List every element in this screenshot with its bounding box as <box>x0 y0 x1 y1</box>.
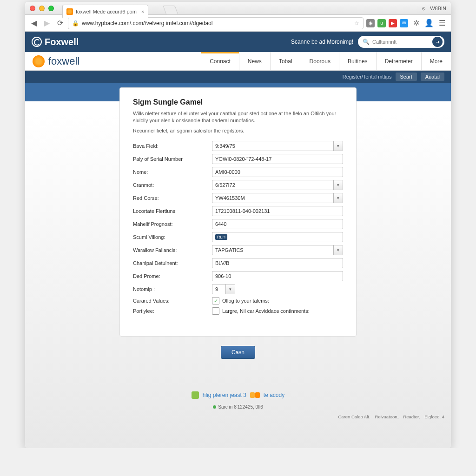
help-link-1[interactable]: hlig pleren jeast 3 <box>203 392 246 398</box>
title-right-text: W8BIN <box>430 6 446 11</box>
checkbox-carared[interactable]: ✓ <box>212 297 219 304</box>
input-nome[interactable] <box>212 167 343 177</box>
reload-button[interactable]: ⟳ <box>55 18 65 28</box>
help-icon-1 <box>192 391 199 399</box>
settings-icon[interactable]: ✲ <box>411 18 421 28</box>
footer-3[interactable]: Readter, <box>403 414 420 419</box>
search-input[interactable] <box>372 39 430 45</box>
nav-tab-more[interactable]: More <box>421 52 451 70</box>
label-scuml: Scuml Villong: <box>133 234 212 240</box>
select-warallow[interactable]: TAPGATICS▾ <box>212 245 343 255</box>
sun-icon <box>33 55 45 67</box>
browser-tab[interactable]: foxwell Mede accurd6 pom × <box>62 5 148 18</box>
header-search[interactable]: 🔍 ➜ <box>358 36 444 48</box>
form-title: Sigm Sungle Gamel <box>133 98 343 106</box>
subnav-button-2[interactable]: Auatal <box>421 73 444 81</box>
search-icon: 🔍 <box>363 39 370 45</box>
search-go-button[interactable]: ➜ <box>432 37 443 47</box>
footer-1[interactable]: Caren Caleo Alt. <box>338 414 370 419</box>
sub-nav: Register/Tental mttips Seart Auatal <box>25 71 451 83</box>
extension-icon-1[interactable]: ◉ <box>366 19 375 27</box>
tab-title: foxwell Mede accurd6 pom <box>76 9 137 14</box>
checkbox-carared-text: Ollog to your talems: <box>222 298 269 304</box>
nav-tab-tobal[interactable]: Tobal <box>270 52 301 70</box>
input-locortate[interactable] <box>212 206 343 216</box>
input-serial[interactable] <box>212 154 343 164</box>
label-locortate: Locortate Flertiuns: <box>133 208 212 214</box>
nav-tab-detremeter[interactable]: Detremeter <box>376 52 421 70</box>
address-bar[interactable]: 🔒 www.hypbacle.com/.com//velverg imfel.c… <box>68 17 364 29</box>
footer-2[interactable]: Reivuatoon, <box>375 414 399 419</box>
footer-4[interactable]: Elgfoed. 4 <box>424 414 444 419</box>
status-text: Sarc in 8'122425, 0Il6 <box>218 404 263 410</box>
label-serial: Paly of Serial Number <box>133 156 212 162</box>
minimize-window-button[interactable] <box>39 6 45 11</box>
label-mahelif: Mahelif Prognost: <box>133 221 212 227</box>
tab-favicon <box>66 8 73 15</box>
form-desc-2: Recunner fielel, an sgonin salcisfor the… <box>133 127 343 134</box>
nav-tab-buitines[interactable]: Buitines <box>339 52 376 70</box>
help-link-row: hlig pleren jeast 3 te acody <box>192 391 284 399</box>
bookmark-star-icon[interactable]: ☆ <box>354 20 359 26</box>
nav-tab-connact[interactable]: Connact <box>201 52 239 70</box>
menu-icon[interactable]: ☰ <box>437 18 447 28</box>
label-carared: Carared Values: <box>133 298 212 304</box>
nav-tab-news[interactable]: News <box>239 52 270 70</box>
site-header: Foxwell Scanne be ad Moronimg! 🔍 ➜ <box>25 32 451 52</box>
nav-brand-text: foxwell <box>48 55 79 67</box>
header-logo[interactable]: Foxwell <box>32 37 79 47</box>
new-tab-button[interactable] <box>163 6 178 15</box>
label-notomip: Notomip : <box>133 286 212 292</box>
extension-icon-4[interactable]: ✉ <box>400 19 408 27</box>
label-red: Red Corse: <box>133 195 212 201</box>
label-warallow: Warallow Fallancis: <box>133 247 212 253</box>
logo-icon <box>32 37 42 47</box>
nav-tab-doorous[interactable]: Doorous <box>301 52 339 70</box>
subnav-button-1[interactable]: Seart <box>396 73 417 81</box>
select-bava[interactable]: 9:349/75▾ <box>212 141 343 151</box>
help-link-2[interactable]: te acody <box>264 392 284 398</box>
checkbox-portiylee[interactable] <box>212 307 219 315</box>
profile-icon[interactable]: 👤 <box>424 18 434 28</box>
input-mahelif[interactable] <box>212 219 343 229</box>
input-chanipal[interactable] <box>212 258 343 268</box>
input-ded[interactable] <box>212 271 343 281</box>
chevron-down-icon: ▾ <box>333 193 343 203</box>
register-link[interactable]: Register/Tental mttips <box>343 74 392 79</box>
maximize-window-button[interactable] <box>48 6 54 11</box>
close-window-button[interactable] <box>30 6 35 11</box>
back-button[interactable]: ◀ <box>29 18 39 28</box>
help-icon-2 <box>250 392 260 398</box>
footer-links: Caren Caleo Alt. Reivuatoon, Readter, El… <box>25 414 451 422</box>
forward-button[interactable]: ▶ <box>42 18 52 28</box>
label-chanipal: Chanipal Detulnent: <box>133 260 212 266</box>
brand-text: Foxwell <box>45 37 79 47</box>
label-ded: Ded Prome: <box>133 273 212 279</box>
label-cranmot: Cranmot: <box>133 182 212 188</box>
status-dot-icon <box>213 405 216 409</box>
url-text: www.hypbacle.com/.com//velverg imfel.com… <box>82 20 212 26</box>
submit-button[interactable]: Casn <box>221 346 255 359</box>
chevron-down-icon: ▾ <box>333 180 343 190</box>
nav-brand[interactable]: foxwell <box>25 52 87 70</box>
chevron-down-icon: ▾ <box>333 245 343 255</box>
select-red[interactable]: YW461530M▾ <box>212 193 343 203</box>
extension-icon-2[interactable]: u <box>377 19 386 27</box>
select-notomip[interactable]: 9▾ <box>212 284 235 294</box>
input-scuml[interactable]: RLH <box>212 232 343 242</box>
extension-icon-3[interactable]: ▶ <box>389 19 397 27</box>
label-portiylee: Portiylee: <box>133 308 212 314</box>
registration-card: Sigm Sungle Gamel Wills nletter setture … <box>119 87 357 337</box>
form-desc-1: Wills nletter setture of elunter vel you… <box>133 110 343 125</box>
label-nome: Nome: <box>133 169 212 175</box>
header-tagline: Scanne be ad Moronimg! <box>291 39 353 45</box>
checkbox-portiylee-text: Largre, Nil car Acviddaos continments: <box>222 308 310 314</box>
fullscreen-icon[interactable]: ⎋ <box>422 6 425 11</box>
window-titlebar: foxwell Mede accurd6 pom × ⎋ W8BIN <box>25 2 451 15</box>
status-row: Sarc in 8'122425, 0Il6 <box>213 404 263 410</box>
select-cranmot[interactable]: 6/527I72▾ <box>212 180 343 190</box>
tab-close-icon[interactable]: × <box>141 9 144 14</box>
lock-icon: 🔒 <box>72 20 79 26</box>
chevron-down-icon: ▾ <box>225 284 235 294</box>
chevron-down-icon: ▾ <box>333 141 343 151</box>
